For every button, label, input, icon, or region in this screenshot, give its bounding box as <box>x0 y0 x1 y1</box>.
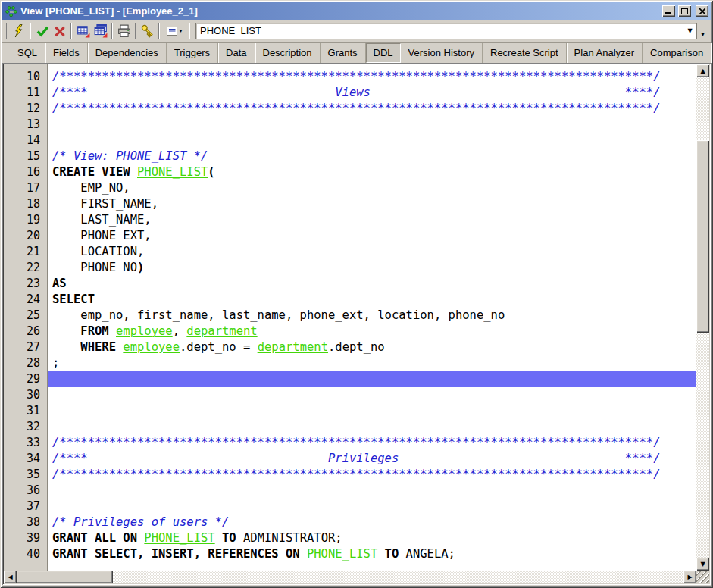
toolbar-separator <box>158 23 160 39</box>
arrow-down-icon: ▼ <box>700 561 705 568</box>
printer-icon <box>117 24 131 38</box>
horizontal-scroll-track[interactable] <box>17 571 683 583</box>
code-line: /***************************************… <box>48 101 696 117</box>
vertical-scroll-thumb[interactable] <box>696 140 709 333</box>
line-number: 30 <box>4 387 47 403</box>
code-line: WHERE employee.dept_no = department.dept… <box>48 339 696 355</box>
code-line <box>48 499 696 514</box>
code-line: SELECT <box>48 292 696 308</box>
code-line <box>48 419 696 435</box>
tab-triggers[interactable]: Triggers <box>167 43 218 63</box>
tab-grants[interactable]: Grants <box>321 43 366 63</box>
line-number: 36 <box>4 483 47 499</box>
code-line: /* View: PHONE_LIST */ <box>48 149 696 164</box>
arrow-up-icon: ▲ <box>700 68 705 74</box>
object-list-menu-button[interactable]: ▾ <box>162 23 186 39</box>
line-number-gutter: 1011121314151617181920212223242526272829… <box>4 64 48 571</box>
object-selector-value: PHONE_LIST <box>196 25 683 36</box>
arrow-left-icon: ◀ <box>8 574 12 580</box>
stacked-grid-red-arrow-icon <box>94 24 108 38</box>
title-bar[interactable]: View [PHONE_LIST] - [Employee_2_1] <box>2 2 711 20</box>
horizontal-scroll-thumb[interactable] <box>17 571 113 583</box>
cross-icon <box>53 24 67 38</box>
code-line: AS <box>48 276 696 292</box>
horizontal-scrollbar[interactable]: ◀ ▶ <box>4 571 696 583</box>
vertical-scrollbar[interactable]: ▲ ▼ <box>696 64 709 571</box>
tab-bar: SQLFieldsDependenciesTriggersDataDescrip… <box>2 42 711 63</box>
scroll-left-button[interactable]: ◀ <box>4 571 17 583</box>
grants-button[interactable] <box>139 23 156 39</box>
ddl-editor: 1011121314151617181920212223242526272829… <box>2 63 711 585</box>
check-icon <box>36 24 49 38</box>
close-button[interactable] <box>696 5 708 17</box>
compile-button[interactable] <box>10 23 27 39</box>
commit-button[interactable] <box>33 23 51 39</box>
scroll-up-button[interactable]: ▲ <box>696 64 709 77</box>
code-text: /***************************************… <box>48 64 696 571</box>
toolbar-overflow-chevron[interactable]: ▾ <box>697 21 708 40</box>
toolbar-separator <box>189 23 190 39</box>
chevron-down-icon: ▾ <box>179 28 182 34</box>
code-line <box>48 117 696 133</box>
rollback-button[interactable] <box>51 23 68 39</box>
code-line: /***************************************… <box>48 69 696 85</box>
line-number: 17 <box>4 180 47 196</box>
code-line: GRANT SELECT, INSERT, REFERENCES ON PHON… <box>48 546 696 562</box>
line-number: 22 <box>4 260 47 276</box>
tab-recreate-script[interactable]: Recreate Script <box>483 43 567 63</box>
code-line: GRANT ALL ON PHONE_LIST TO ADMINISTRATOR… <box>48 530 696 546</box>
line-number: 29 <box>4 371 47 387</box>
line-number: 28 <box>4 355 47 371</box>
show-all-data-grids-button[interactable] <box>92 23 109 39</box>
tab-plan-analyzer[interactable]: Plan Analyzer <box>567 43 643 63</box>
vertical-scroll-track[interactable] <box>696 77 709 558</box>
code-line: PHONE_NO) <box>48 260 696 276</box>
tab-version-history[interactable]: Version History <box>401 43 483 63</box>
line-number: 13 <box>4 117 47 133</box>
tab-ddl[interactable]: DDL <box>366 43 401 63</box>
code-line: /**** Views ****/ <box>48 85 696 101</box>
tab-sql[interactable]: SQL <box>10 43 45 63</box>
app-window: View [PHONE_LIST] - [Employee_2_1] <box>0 0 713 588</box>
line-number: 31 <box>4 403 47 419</box>
code-line: FROM employee, department <box>48 324 696 339</box>
tab-dependencies[interactable]: Dependencies <box>88 43 167 63</box>
window-title: View [PHONE_LIST] - [Employee_2_1] <box>20 5 659 17</box>
line-number: 15 <box>4 149 47 164</box>
tab-data[interactable]: Data <box>218 43 255 63</box>
key-icon <box>140 23 155 38</box>
toolbar-drag-handle[interactable] <box>5 23 7 39</box>
show-data-grid-button[interactable] <box>74 23 92 39</box>
chevron-down-icon: ▾ <box>701 32 704 38</box>
tab-description[interactable]: Description <box>255 43 321 63</box>
object-selector-combobox[interactable]: PHONE_LIST ▼ <box>195 23 697 39</box>
scroll-down-button[interactable]: ▼ <box>696 558 709 571</box>
line-number: 37 <box>4 499 47 514</box>
line-number: 10 <box>4 69 47 85</box>
code-line: /**** Privileges ****/ <box>48 451 696 467</box>
line-number: 38 <box>4 514 47 530</box>
maximize-button[interactable] <box>678 5 691 17</box>
resize-grip[interactable] <box>696 571 709 583</box>
lightning-icon <box>12 24 25 38</box>
chevron-down-icon: ▼ <box>687 28 692 34</box>
combobox-dropdown-button[interactable]: ▼ <box>683 23 696 39</box>
list-dropdown-icon <box>166 25 178 37</box>
print-button[interactable] <box>115 23 133 39</box>
scroll-right-button[interactable]: ▶ <box>683 571 696 583</box>
code-line <box>48 403 696 419</box>
code-line <box>48 387 696 403</box>
minimize-button[interactable] <box>662 5 675 17</box>
code-line: CREATE VIEW PHONE_LIST( <box>48 164 696 180</box>
toolbar-separator <box>135 23 136 39</box>
line-number: 11 <box>4 85 47 101</box>
code-line: LAST_NAME, <box>48 212 696 228</box>
tab-fields[interactable]: Fields <box>45 43 88 63</box>
line-number: 34 <box>4 451 47 467</box>
tab-comparison[interactable]: Comparison <box>643 43 711 63</box>
maximize-icon <box>681 8 688 14</box>
minimize-icon <box>665 8 672 14</box>
code-area[interactable]: 1011121314151617181920212223242526272829… <box>4 64 696 571</box>
toolbar: ▾ PHONE_LIST ▼ ▾ <box>2 20 711 42</box>
code-line: /***************************************… <box>48 467 696 483</box>
